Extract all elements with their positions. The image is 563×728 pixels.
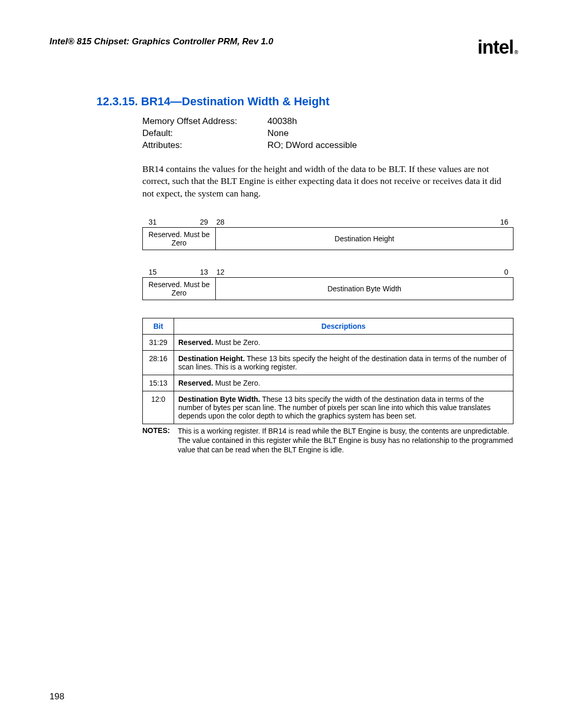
bit-field-cell: Destination Height (216, 228, 513, 250)
bit-labels: 15 13 12 0 (142, 268, 513, 276)
bit-label: 31 (142, 218, 158, 226)
attr-label: Attributes: (142, 140, 267, 152)
section-heading: 12.3.15.BR14—Destination Width & Height (96, 95, 513, 108)
desc-cell: Reserved. Must be Zero. (174, 334, 513, 350)
table-row: 31:29 Reserved. Must be Zero. (143, 334, 513, 350)
notes-block: NOTES: This is a working register. If BR… (142, 426, 513, 455)
bit-label: 28 (210, 218, 226, 226)
desc-cell: Reserved. Must be Zero. (174, 375, 513, 391)
bit-row: Reserved. Must be Zero Destination Heigh… (142, 227, 513, 250)
attr-row: Attributes: RO; DWord accessible (142, 140, 513, 152)
bit-cell: 15:13 (143, 375, 174, 391)
bit-label: 13 (158, 268, 210, 276)
table-row: 15:13 Reserved. Must be Zero. (143, 375, 513, 391)
desc-text: Must be Zero. (213, 338, 260, 347)
desc-bold: Destination Byte Width. (178, 395, 260, 403)
table-header-row: Bit Descriptions (143, 318, 513, 334)
bit-label: 16 (226, 218, 513, 226)
logo-registered: ® (515, 50, 518, 55)
section-number: 12.3.15. (96, 95, 138, 108)
desc-bold: Destination Height. (178, 354, 245, 363)
attr-label: Memory Offset Address: (142, 116, 267, 128)
logo-text: intel (478, 36, 513, 58)
body-paragraph: BR14 contains the values for the height … (142, 163, 508, 200)
attr-row: Memory Offset Address: 40038h (142, 116, 513, 128)
bit-reserved-cell: Reserved. Must be Zero (143, 228, 216, 250)
table-row: 12:0 Destination Byte Width. These 13 bi… (143, 391, 513, 424)
attr-label: Default: (142, 128, 267, 140)
bit-cell: 12:0 (143, 391, 174, 424)
desc-cell: Destination Byte Width. These 13 bits sp… (174, 391, 513, 424)
desc-bold: Reserved. (178, 338, 213, 347)
document-title: Intel® 815 Chipset: Graphics Controller … (50, 36, 273, 47)
table-header-bit: Bit (143, 318, 174, 334)
bit-label: 0 (226, 268, 513, 276)
table-row: 28:16 Destination Height. These 13 bits … (143, 350, 513, 375)
bit-cell: 31:29 (143, 334, 174, 350)
desc-text: Must be Zero. (213, 379, 260, 387)
attr-value: 40038h (267, 116, 297, 128)
attr-row: Default: None (142, 128, 513, 140)
page-number: 198 (50, 692, 64, 702)
bitfield-diagram-2: 15 13 12 0 Reserved. Must be Zero Destin… (142, 268, 513, 300)
bit-cell: 28:16 (143, 350, 174, 375)
bit-label: 29 (158, 218, 210, 226)
attr-value: None (267, 128, 289, 140)
bit-label: 15 (142, 268, 158, 276)
bit-label: 12 (210, 268, 226, 276)
page-header: Intel® 815 Chipset: Graphics Controller … (50, 36, 513, 58)
desc-cell: Destination Height. These 13 bits specif… (174, 350, 513, 375)
section-title: BR14—Destination Width & Height (141, 95, 330, 108)
bitfield-diagram-1: 31 29 28 16 Reserved. Must be Zero Desti… (142, 218, 513, 250)
attr-value: RO; DWord accessible (267, 140, 357, 152)
table-header-desc: Descriptions (174, 318, 513, 334)
desc-bold: Reserved. (178, 379, 213, 387)
notes-label: NOTES: (142, 426, 178, 455)
bit-labels: 31 29 28 16 (142, 218, 513, 226)
bit-reserved-cell: Reserved. Must be Zero (143, 278, 216, 300)
description-table: Bit Descriptions 31:29 Reserved. Must be… (142, 318, 513, 424)
attribute-list: Memory Offset Address: 40038h Default: N… (142, 116, 513, 152)
bit-field-cell: Destination Byte Width (216, 278, 513, 300)
intel-logo: intel® (478, 36, 513, 58)
bit-row: Reserved. Must be Zero Destination Byte … (142, 277, 513, 300)
notes-text: This is a working register. If BR14 is r… (178, 426, 513, 455)
